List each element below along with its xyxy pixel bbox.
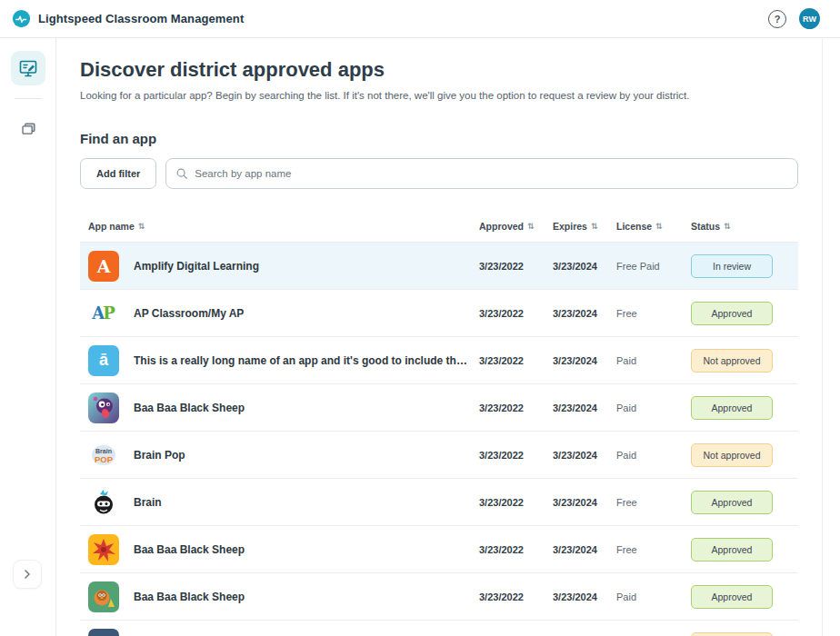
purple-monster-logo-icon [88,393,119,423]
find-app-heading: Find an app [80,131,822,146]
expires-date: 3/23/2024 [553,261,616,272]
table-row[interactable]: Baa Baa Black Sheep 3/23/2022 3/23/2024 … [80,573,798,621]
sort-icon[interactable] [724,222,731,231]
table-row[interactable]: Brain 3/23/2022 3/23/2024 Free Approved [80,479,798,526]
approved-date: 3/23/2022 [479,591,553,602]
status-badge: Not approved [691,632,773,636]
license-type: Free Paid [616,261,691,272]
table-row[interactable]: Baa Baa Black Sheep 3/23/2022 3/23/2024 … [80,526,798,573]
windows-stack-icon [18,119,38,139]
status-badge: In review [691,254,773,278]
app-name: Brain [134,496,162,509]
column-header-app-name[interactable]: App name [80,221,479,232]
table-body: A Amplify Digital Learning 3/23/2022 3/2… [80,242,798,636]
expires-date: 3/23/2024 [553,544,616,555]
status-badge: Approved [691,585,773,609]
filter-controls: Add filter [80,158,798,189]
search-icon [175,167,188,180]
table-row[interactable]: BrainPOP Brain Pop 3/23/2022 3/23/2024 P… [80,432,798,479]
search-box[interactable] [165,158,798,189]
page-title: Discover district approved apps [80,58,822,82]
expires-date: 3/23/2024 [553,591,616,602]
svg-text:POP: POP [95,454,114,464]
app-title: Lightspeed Classroom Management [38,12,244,25]
sort-icon[interactable] [138,222,145,231]
sort-icon[interactable] [655,222,663,231]
app-name: AP Classroom/My AP [134,307,244,320]
apps-table: App name Approved Expires License Status… [80,211,798,636]
expires-date: 3/23/2024 [553,355,616,366]
sidebar-divider [15,98,42,99]
status-badge: Not approved [691,443,773,467]
table-row[interactable]: Baa Baa Black Sheep Not approved [80,621,798,636]
expires-date: 3/23/2024 [553,497,616,508]
table-row[interactable]: AP AP Classroom/My AP 3/23/2022 3/23/202… [80,290,798,337]
app-name: Baa Baa Black Sheep [134,591,245,603]
table-row[interactable]: A Amplify Digital Learning 3/23/2022 3/2… [80,243,798,290]
license-type: Free [616,308,691,319]
column-header-approved[interactable]: Approved [479,221,553,232]
amira-logo-icon: ā [88,345,119,376]
table-row[interactable]: ā This is a really long name of an app a… [80,337,798,384]
column-header-license[interactable]: License [616,221,691,232]
sort-icon[interactable] [527,222,535,231]
add-filter-button[interactable]: Add filter [80,158,156,189]
status-badge: Approved [691,396,773,420]
table-row[interactable]: Baa Baa Black Sheep 3/23/2022 3/23/2024 … [80,384,798,432]
approved-date: 3/23/2022 [479,450,553,461]
expires-date: 3/23/2024 [553,402,616,413]
red-starburst-logo-icon [88,534,119,565]
classroom-screens-icon [17,57,39,79]
avatar[interactable]: RW [799,8,820,29]
table-header: App name Approved Expires License Status [80,211,798,242]
approved-date: 3/23/2022 [479,308,553,319]
search-input[interactable] [195,168,788,179]
brain-robot-logo-icon [88,487,119,518]
sidebar-item-classroom[interactable] [11,51,45,85]
ap-classroom-logo-icon: AP [88,298,119,329]
main-content: Discover district approved apps Looking … [56,38,823,636]
status-badge: Not approved [691,349,773,373]
app-name: Amplify Digital Learning [134,260,259,273]
approved-date: 3/23/2022 [479,544,553,555]
sidebar-expand-button[interactable] [13,560,42,589]
app-name: This is a really long name of an app and… [134,354,470,367]
approved-date: 3/23/2022 [479,261,553,272]
help-icon[interactable]: ? [768,10,786,28]
status-badge: Approved [691,302,773,325]
license-type: Paid [616,591,691,602]
license-type: Free [616,497,691,508]
sort-icon[interactable] [591,222,598,231]
top-bar: Lightspeed Classroom Management ? RW [0,0,840,38]
column-header-status[interactable]: Status [691,221,798,232]
approved-date: 3/23/2022 [479,355,553,366]
chevron-right-icon [22,569,33,580]
sidebar [0,38,56,636]
amplify-logo-icon: A [88,251,119,282]
green-owl-logo-icon [88,581,119,612]
brainpop-logo-icon: BrainPOP [88,440,119,471]
lightspeed-logo-icon [12,9,31,28]
status-badge: Approved [691,538,773,561]
approved-date: 3/23/2022 [479,497,553,508]
expires-date: 3/23/2024 [553,450,616,461]
license-type: Paid [616,355,691,366]
svg-text:Brain: Brain [95,447,112,453]
brand: Lightspeed Classroom Management [0,9,244,28]
license-type: Paid [616,402,691,413]
expires-date: 3/23/2024 [553,308,616,319]
status-badge: Approved [691,491,773,514]
license-type: Free [616,544,691,555]
sidebar-item-windows[interactable] [11,112,45,146]
approved-date: 3/23/2022 [479,402,553,413]
license-type: Paid [616,450,691,461]
navy-logo-icon [88,629,119,636]
app-name: Brain Pop [134,449,185,462]
column-header-expires[interactable]: Expires [553,221,616,232]
page-subtitle: Looking for a particular app? Begin by s… [80,90,798,101]
app-name: Baa Baa Black Sheep [134,543,245,556]
app-name: Baa Baa Black Sheep [134,402,245,414]
